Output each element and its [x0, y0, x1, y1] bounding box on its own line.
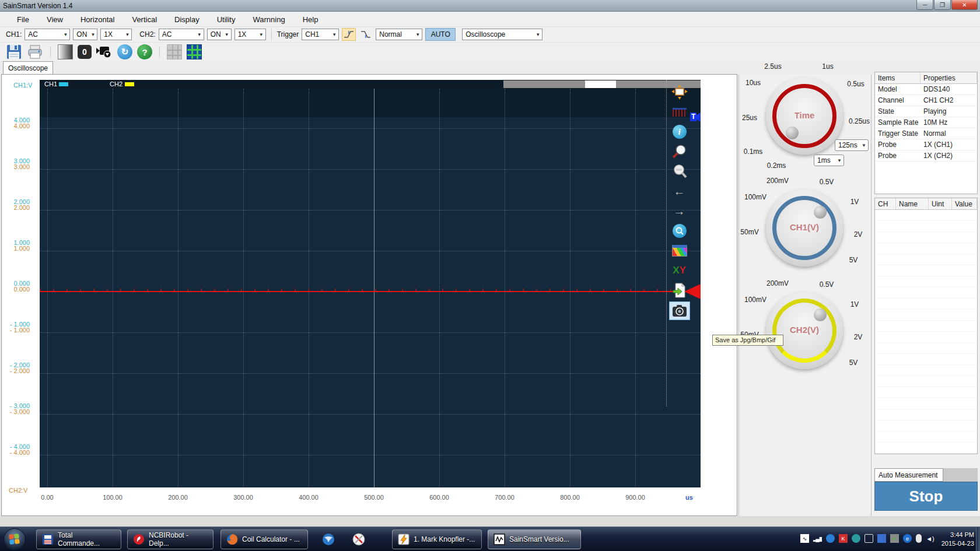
- table-row[interactable]: Probe1X (CH1): [875, 139, 977, 150]
- menu-display[interactable]: Display: [166, 13, 208, 26]
- grid-off-button[interactable]: [167, 44, 182, 59]
- time-range-select[interactable]: 1ms▼: [814, 155, 844, 166]
- refresh-button[interactable]: ↻: [117, 44, 132, 59]
- ch1-state-select[interactable]: ON▼: [73, 29, 97, 40]
- taskbar-button-winamp[interactable]: 1. Mark Knopfler -...: [392, 529, 482, 549]
- meas-header-name: Name: [896, 198, 929, 209]
- auto-button[interactable]: AUTO: [425, 28, 456, 41]
- table-row[interactable]: Sample Rate10M Hz: [875, 117, 977, 128]
- intensity-button[interactable]: [58, 44, 73, 59]
- taskbar: Total Commande... NCBIRobot - Delp... Co…: [0, 527, 980, 551]
- save-image-button[interactable]: [669, 301, 690, 320]
- taskbar-button-sainsmart[interactable]: SainSmart Versio...: [488, 529, 581, 549]
- color-settings-button[interactable]: [669, 242, 690, 259]
- export-button[interactable]: [669, 282, 690, 299]
- back-button[interactable]: ←: [669, 183, 690, 200]
- tab-auto-measurement[interactable]: Auto Measurement: [874, 468, 943, 482]
- tray-waveform-icon[interactable]: ∿: [800, 534, 809, 543]
- menu-view[interactable]: View: [38, 13, 72, 26]
- menu-help[interactable]: Help: [294, 13, 327, 26]
- ch1-volt-knob[interactable]: 200mV 0.5V 100mV 1V 50mV 2V 5V CH1(V): [739, 174, 871, 289]
- tray-backup-icon[interactable]: ✔: [890, 534, 899, 543]
- minimize-button[interactable]: ─: [916, 0, 933, 10]
- taskbar-button-total-commander[interactable]: Total Commande...: [36, 529, 121, 549]
- forward-button[interactable]: →: [669, 202, 690, 220]
- ch1-dial[interactable]: CH1(V): [766, 189, 843, 266]
- search-button[interactable]: [669, 222, 690, 240]
- cursors-button[interactable]: [669, 103, 690, 121]
- ch1-coupling-select[interactable]: AC▼: [24, 29, 70, 40]
- taskbar-button-ncbirobot[interactable]: NCBIRobot - Delp...: [127, 529, 214, 549]
- stop-button[interactable]: Stop: [874, 482, 978, 511]
- zoom-in-button[interactable]: [669, 143, 690, 160]
- zoom-out-button[interactable]: [669, 163, 690, 180]
- thunderbird-icon[interactable]: [322, 533, 335, 546]
- taskbar-button-coil-calculator[interactable]: Coil Calculator - ...: [220, 529, 308, 549]
- xy-mode-button[interactable]: XY: [669, 262, 690, 279]
- device-mode-select[interactable]: Oscilloscope▼: [462, 29, 542, 40]
- falling-edge-button[interactable]: [359, 28, 373, 41]
- tray-mouse-icon[interactable]: [916, 534, 922, 543]
- table-row[interactable]: Probe1X (CH2): [875, 150, 977, 162]
- snipping-tool-icon[interactable]: [352, 533, 365, 546]
- ch1-probe-select[interactable]: 1X▼: [100, 29, 132, 40]
- print-button[interactable]: [27, 44, 43, 60]
- taskbar-clock[interactable]: 3:44 PM 2015-04-23: [942, 531, 974, 548]
- legend-ch2: CH2: [110, 80, 123, 87]
- start-button[interactable]: [4, 528, 26, 550]
- menu-horizontal[interactable]: Horizontal: [72, 13, 124, 26]
- gridline: [40, 455, 701, 455]
- ch2-coupling-select[interactable]: AC▼: [159, 29, 204, 40]
- show-desktop-button[interactable]: [976, 527, 980, 551]
- menu-warnning[interactable]: Warnning: [244, 13, 293, 26]
- tray-clipboard-icon[interactable]: [877, 534, 886, 543]
- info-button[interactable]: i: [669, 123, 690, 141]
- ch2-probe-select[interactable]: 1X▼: [235, 29, 266, 40]
- chevron-down-icon: ▼: [413, 32, 420, 37]
- zero-button[interactable]: 0: [78, 45, 92, 59]
- record-button[interactable]: [96, 44, 113, 60]
- tray-update-icon[interactable]: [826, 534, 835, 543]
- tray-messenger-icon[interactable]: e: [903, 534, 912, 543]
- tab-oscilloscope[interactable]: Oscilloscope: [3, 61, 53, 75]
- tray-antivirus-icon[interactable]: K: [839, 534, 848, 543]
- trigger-level-marker[interactable]: T: [692, 113, 701, 122]
- menu-vertical[interactable]: Vertical: [123, 13, 166, 26]
- ch2-dial[interactable]: CH2(V): [766, 292, 843, 369]
- help-button[interactable]: ?: [137, 44, 152, 59]
- grid-on-button[interactable]: [187, 44, 202, 59]
- table-row[interactable]: Trigger StateNormal: [875, 128, 977, 139]
- legend-ch1: CH1: [44, 80, 57, 87]
- table-row[interactable]: ChannelCH1 CH2: [875, 95, 977, 106]
- time-dial[interactable]: Time: [766, 78, 843, 155]
- fit-screen-button[interactable]: [669, 83, 690, 101]
- tray-volume-icon[interactable]: ◄): [926, 534, 935, 543]
- scrollbar-thumb[interactable]: [585, 80, 616, 88]
- y-axis-label: 2.0002.000: [2, 199, 30, 210]
- scope-display[interactable]: T 2 CH1 CH2: [40, 80, 701, 487]
- table-row[interactable]: StatePlaying: [875, 106, 977, 117]
- tray-globe-icon[interactable]: [852, 534, 860, 543]
- trigger-source-select[interactable]: CH1▼: [302, 29, 339, 40]
- time-knob[interactable]: 2.5us 1us 10us 0.5us 25us 0.25us 0.1ms 0…: [739, 62, 871, 177]
- y-axis-label: - 2.000- 2.000: [2, 362, 30, 374]
- table-row[interactable]: ModelDDS140: [875, 84, 977, 95]
- time-fine-select[interactable]: 125ns▼: [835, 139, 869, 151]
- tray-network-icon[interactable]: ▂▄▆: [813, 534, 822, 543]
- trigger-mode-select[interactable]: Normal▼: [376, 29, 422, 40]
- x-axis-label: 900.00: [617, 494, 654, 501]
- gridline: [40, 332, 701, 333]
- ch2-volt-knob[interactable]: 200mV 0.5V 100mV 1V 50mV 2V 5V CH2(V): [739, 277, 871, 391]
- rising-edge-button[interactable]: [342, 28, 356, 41]
- maximize-button[interactable]: ❐: [934, 0, 951, 10]
- cursors-icon: [673, 108, 687, 117]
- ch2-state-select[interactable]: ON▼: [207, 29, 232, 40]
- save-button[interactable]: [6, 44, 22, 60]
- menu-file[interactable]: File: [8, 13, 38, 26]
- x-axis-label: 200.00: [159, 494, 197, 501]
- tray-battery-icon[interactable]: [864, 534, 873, 543]
- menu-utility[interactable]: Utility: [208, 13, 244, 26]
- gridline: [40, 169, 701, 170]
- chevron-down-icon: ▼: [123, 32, 130, 37]
- close-button[interactable]: ✕: [951, 0, 978, 10]
